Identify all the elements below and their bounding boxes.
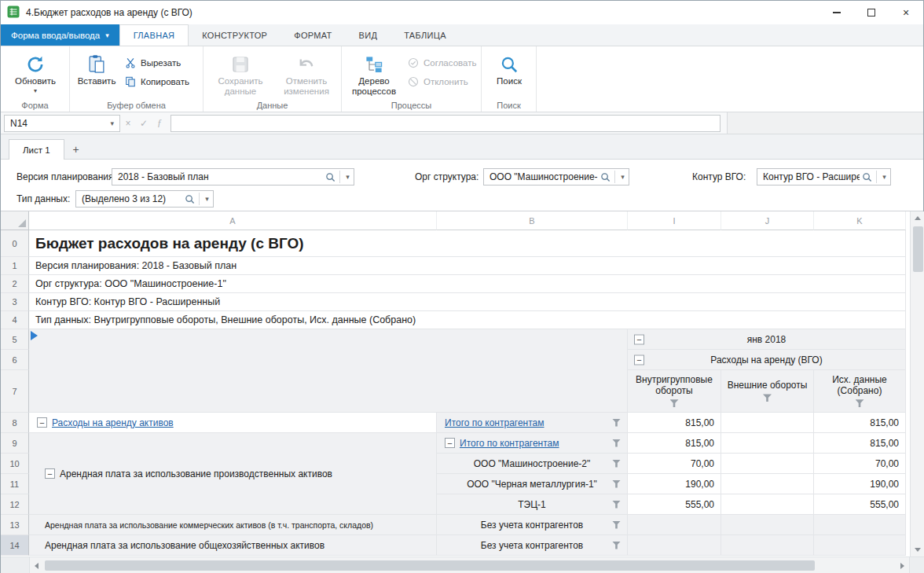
value-cell[interactable]: 815,00 bbox=[814, 413, 906, 433]
column-header-i[interactable]: I bbox=[628, 211, 721, 230]
filter-icon[interactable] bbox=[612, 480, 621, 488]
copy-button[interactable]: Копировать bbox=[125, 75, 189, 89]
tab-view[interactable]: ВИД bbox=[346, 24, 391, 46]
search-button[interactable]: Поиск bbox=[488, 53, 530, 86]
collapse-icon[interactable]: − bbox=[37, 417, 47, 428]
column-header-b[interactable]: B bbox=[437, 211, 628, 230]
meta-cell[interactable]: Орг структура: ООО "Машиностроение-1" bbox=[29, 275, 906, 293]
counterparty-cell[interactable]: ТЭЦ-1 bbox=[437, 494, 628, 515]
filter-icon[interactable] bbox=[856, 399, 864, 407]
caret-down-icon[interactable]: ▾ bbox=[342, 173, 354, 181]
scroll-up-button[interactable] bbox=[911, 211, 924, 225]
collapse-icon[interactable]: − bbox=[45, 468, 55, 479]
column-header-k[interactable]: K bbox=[814, 211, 906, 230]
tab-table[interactable]: ТАБЛИЦА bbox=[390, 24, 460, 46]
caret-down-icon[interactable]: ▾ bbox=[201, 195, 213, 203]
value-cell[interactable] bbox=[628, 515, 721, 535]
filter-icon[interactable] bbox=[612, 460, 621, 468]
value-cell[interactable] bbox=[721, 454, 814, 474]
meta-cell[interactable]: Контур ВГО: Контур ВГО - Расширенный bbox=[29, 293, 906, 311]
filter-icon[interactable] bbox=[763, 394, 772, 402]
row-header[interactable]: 1 bbox=[1, 257, 29, 275]
refresh-button[interactable]: Обновить ▾ bbox=[10, 53, 60, 94]
confirm-entry-button[interactable]: ✓ bbox=[136, 118, 152, 129]
cancel-entry-button[interactable]: × bbox=[120, 118, 136, 129]
counterparty-cell[interactable]: − Итого по контрагентам bbox=[437, 433, 628, 454]
search-icon[interactable] bbox=[325, 172, 336, 182]
filter-icon[interactable] bbox=[612, 439, 621, 447]
approve-button[interactable]: Согласовать bbox=[408, 56, 476, 70]
row-header[interactable]: 3 bbox=[1, 293, 29, 311]
filter-icon[interactable] bbox=[612, 521, 621, 529]
column-header-a[interactable]: A bbox=[29, 211, 437, 230]
report-title-cell[interactable]: Бюджет расходов на аренду (с ВГО) bbox=[29, 230, 906, 257]
row-header[interactable]: 6 bbox=[1, 350, 29, 370]
value-header-cell[interactable]: Исх. данные (Собрано) bbox=[814, 370, 906, 413]
add-sheet-button[interactable]: + bbox=[64, 139, 88, 159]
row-header[interactable]: 9 bbox=[1, 433, 29, 454]
counterparty-cell[interactable]: Без учета контрагентов bbox=[437, 535, 628, 556]
value-cell[interactable]: 815,00 bbox=[814, 433, 906, 454]
minimize-button[interactable] bbox=[820, 1, 854, 24]
drill-link[interactable]: Итого по контрагентам bbox=[460, 438, 559, 449]
tab-constructor[interactable]: КОНСТРУКТОР bbox=[189, 24, 280, 46]
counterparty-cell[interactable]: ООО "Машиностроение-2" bbox=[437, 454, 628, 474]
value-cell[interactable]: 555,00 bbox=[628, 494, 721, 515]
row-label-cell[interactable]: − Расходы на аренду активов bbox=[29, 413, 437, 433]
row-header[interactable]: 8 bbox=[1, 413, 29, 433]
row-label-cell[interactable]: Арендная плата за использование общехозя… bbox=[29, 535, 437, 556]
caret-down-icon[interactable]: ▾ bbox=[617, 173, 629, 181]
close-button[interactable]: × bbox=[889, 1, 923, 24]
value-cell[interactable]: 815,00 bbox=[628, 413, 721, 433]
collapse-icon[interactable]: − bbox=[445, 438, 455, 448]
value-cell[interactable] bbox=[721, 515, 814, 535]
scroll-down-button[interactable] bbox=[911, 543, 924, 556]
insert-function-button[interactable]: ƒ bbox=[152, 117, 167, 129]
value-cell[interactable] bbox=[721, 474, 814, 494]
row-header[interactable]: 12 bbox=[1, 494, 29, 515]
undo-changes-button[interactable]: Отменить изменения bbox=[277, 53, 336, 97]
paste-button[interactable]: Вставить bbox=[76, 53, 117, 86]
row-header-current[interactable]: 14 bbox=[1, 535, 29, 556]
meta-cell[interactable]: Версия планирования: 2018 - Базовый план bbox=[29, 257, 906, 275]
filter-icon[interactable] bbox=[670, 399, 679, 407]
reject-button[interactable]: Отклонить bbox=[408, 75, 468, 89]
caret-down-icon[interactable]: ▾ bbox=[878, 173, 890, 181]
tab-format[interactable]: ФОРМАТ bbox=[280, 24, 345, 46]
value-cell[interactable] bbox=[628, 535, 721, 556]
collapse-icon[interactable]: − bbox=[634, 334, 644, 344]
select-all-corner[interactable] bbox=[1, 211, 29, 230]
counterparty-cell[interactable]: ООО "Черная металлургия-1" bbox=[437, 474, 628, 494]
counterparty-cell[interactable]: Без учета контрагентов bbox=[437, 515, 628, 535]
value-cell[interactable]: 190,00 bbox=[814, 474, 906, 494]
filter-icon[interactable] bbox=[612, 501, 621, 509]
measure-header-cell[interactable]: − Расходы на аренду (ВГО) bbox=[628, 350, 906, 370]
row-header[interactable]: 0 bbox=[1, 230, 29, 257]
vertical-scroll-thumb[interactable] bbox=[913, 226, 923, 272]
collapse-icon[interactable]: − bbox=[634, 354, 644, 365]
value-cell[interactable]: 70,00 bbox=[814, 454, 906, 474]
row-header[interactable]: 10 bbox=[1, 454, 29, 474]
value-cell[interactable]: 70,00 bbox=[628, 454, 721, 474]
row-header[interactable]: 7 bbox=[1, 370, 29, 413]
row-header[interactable]: 11 bbox=[1, 474, 29, 494]
value-cell[interactable]: 815,00 bbox=[628, 433, 721, 454]
save-data-button[interactable]: Сохранить данные bbox=[211, 53, 270, 97]
row-header[interactable]: 4 bbox=[1, 311, 29, 329]
column-header-j[interactable]: J bbox=[721, 211, 814, 230]
search-icon[interactable] bbox=[862, 172, 872, 182]
value-cell[interactable] bbox=[721, 535, 814, 556]
value-cell[interactable] bbox=[814, 535, 906, 556]
maximize-button[interactable] bbox=[854, 1, 889, 24]
search-icon[interactable] bbox=[185, 194, 195, 204]
form-io-menu-button[interactable]: Форма ввода/вывода ▾ bbox=[1, 24, 119, 46]
version-combobox[interactable]: 2018 - Базовый план ▾ bbox=[112, 168, 354, 185]
value-cell[interactable]: 555,00 bbox=[814, 494, 906, 515]
datatype-combobox[interactable]: (Выделено 3 из 12) ▾ bbox=[75, 190, 214, 208]
counterparty-cell[interactable]: Итого по контрагентам bbox=[437, 413, 628, 433]
value-cell[interactable] bbox=[721, 413, 814, 433]
period-header-cell[interactable]: − янв 2018 bbox=[628, 329, 906, 350]
cut-button[interactable]: Вырезать bbox=[125, 56, 181, 70]
value-cell[interactable] bbox=[721, 433, 814, 454]
value-header-cell[interactable]: Внешние обороты bbox=[721, 370, 814, 413]
